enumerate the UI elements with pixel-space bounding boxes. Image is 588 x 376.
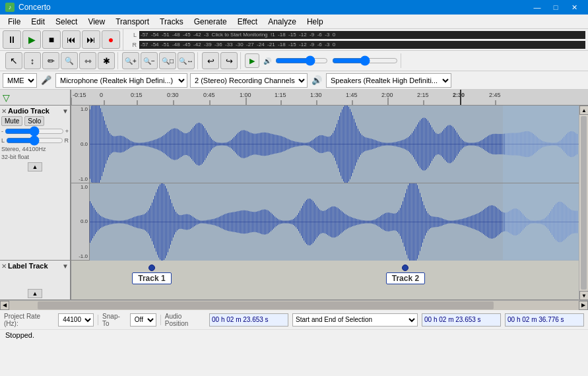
gain-slider[interactable] [5, 127, 64, 135]
play-button[interactable]: ▶ [22, 30, 41, 49]
toolbar-row1: ⏸ ▶ ■ ⏮ ⏭ ● L -57 -54 -51 -48 -45 -42 -3… [0, 29, 588, 51]
vu-scale-1[interactable]: -57 -54 -51 -48 -45 -42 -3 Click to Star… [139, 31, 585, 39]
undo-button[interactable]: ↩ [202, 52, 219, 69]
menu-file[interactable]: File [3, 16, 26, 28]
playback-play-button[interactable]: ▶ [245, 53, 259, 68]
svg-text:2:30: 2:30 [453, 92, 465, 98]
audio-system-select[interactable]: MME [3, 73, 37, 88]
label-track-close[interactable]: ✕ [1, 263, 7, 270]
waveform-canvas-2[interactable] [90, 183, 579, 261]
label-track: ✕ Label Track ▼ ▲ Track 1 Track 2 [0, 261, 579, 300]
scale-1-bot: -1.0 [79, 176, 88, 182]
solo-button[interactable]: Solo [24, 116, 44, 126]
menu-view[interactable]: View [82, 16, 110, 28]
track-pointer[interactable]: ▽ [3, 92, 10, 103]
microphone-icon: 🎤 [41, 75, 51, 85]
toolbar-row2: ↖ ↕ ✏ 🔍 ⇿ ✱ 🔍+ 🔍− 🔍□ 🔍↔ ↩ ↪ ▶ 🔊 [0, 51, 588, 71]
multi-tool[interactable]: ✱ [98, 52, 115, 69]
menu-transport[interactable]: Transport [110, 16, 154, 28]
label-track-name: Label Track [8, 262, 61, 270]
audio-pos-input-2[interactable] [422, 313, 501, 327]
audio-track-close[interactable]: ✕ [1, 108, 7, 115]
audio-pos-input-3[interactable] [505, 313, 584, 327]
scroll-up-button[interactable]: ▲ [579, 106, 588, 115]
envelope-tool[interactable]: ↕ [24, 52, 41, 69]
channels-select[interactable]: 2 (Stereo) Recording Channels [190, 73, 308, 88]
volume-label: 🔊 [263, 57, 271, 65]
gain-row: - + [1, 127, 69, 135]
menu-generate[interactable]: Generate [189, 16, 232, 28]
vu-scale-2[interactable]: -57 -54 -51 -48 -45 -42 -39 -36 -33 -30 … [139, 41, 585, 49]
label-track1: Track 1 [132, 265, 171, 284]
playback-speed: ▶ 🔊 [242, 53, 401, 68]
channel-1: 1.0 0.0 -1.0 [71, 106, 579, 183]
svg-text:0: 0 [100, 92, 103, 98]
project-rate-label: Project Rate (Hz): [4, 313, 54, 327]
speaker-icon: 🔊 [311, 75, 322, 85]
pan-row: L R [1, 137, 69, 144]
menu-help[interactable]: Help [302, 16, 329, 28]
snap-to-select[interactable]: Off [130, 313, 156, 327]
label-expand-button[interactable]: ▲ [28, 289, 43, 298]
mute-button[interactable]: Mute [1, 116, 22, 126]
zoom-out-button[interactable]: 🔍− [141, 52, 158, 69]
track2-label-text[interactable]: Track 2 [386, 272, 425, 284]
selection-mode-select[interactable]: Start and End of Selection [292, 313, 418, 327]
scale-1-mid: 0.0 [81, 141, 88, 147]
draw-tool[interactable]: ✏ [42, 52, 59, 69]
svg-text:0:30: 0:30 [167, 92, 179, 98]
menu-edit[interactable]: Edit [26, 16, 50, 28]
minimize-button[interactable]: — [529, 1, 546, 13]
menu-analyze[interactable]: Analyze [263, 16, 302, 28]
horizontal-scrollbar: ◀ ▶ [0, 300, 588, 309]
audio-pos-input-1[interactable] [209, 313, 288, 327]
forward-button[interactable]: ⏭ [82, 30, 100, 49]
ruler-header: ▽ [0, 90, 71, 105]
track2-pin[interactable] [402, 265, 408, 271]
maximize-button[interactable]: □ [547, 1, 564, 13]
speakers-select[interactable]: Speakers (Realtek High Definiti... [326, 73, 451, 88]
zoom-fit-button[interactable]: 🔍↔ [178, 52, 195, 69]
audio-track-arrow[interactable]: ▼ [62, 108, 69, 115]
scroll-down-button[interactable]: ▼ [579, 291, 588, 300]
expand-button[interactable]: ▲ [28, 162, 43, 172]
zoom-sel-button[interactable]: 🔍□ [159, 52, 176, 69]
vu-label-l: L [126, 32, 137, 38]
svg-rect-0 [71, 90, 588, 105]
record-button[interactable]: ● [102, 30, 120, 49]
waveform-canvas-1[interactable] [90, 106, 579, 183]
scroll-right-button[interactable]: ▶ [579, 301, 588, 310]
playback-speed-slider[interactable] [332, 56, 398, 65]
scroll-left-button[interactable]: ◀ [0, 301, 9, 310]
close-button[interactable]: ✕ [566, 1, 583, 13]
title-bar-left: ♪ Concerto [5, 3, 51, 12]
menu-effect[interactable]: Effect [232, 16, 263, 28]
stop-button[interactable]: ■ [42, 30, 61, 49]
scroll-thumb[interactable] [581, 116, 587, 290]
menu-tracks[interactable]: Tracks [154, 16, 189, 28]
rewind-button[interactable]: ⏮ [62, 30, 81, 49]
label-track-arrow[interactable]: ▼ [62, 263, 69, 270]
microphone-select[interactable]: Microphone (Realtek High Defini...) [55, 73, 187, 88]
redo-button[interactable]: ↪ [220, 52, 238, 69]
audio-track: ✕ Audio Track ▼ Mute Solo - + L R [0, 106, 579, 261]
vu-scale-1-text: -57 -54 -51 -48 -45 -42 -3 Click to Star… [139, 31, 585, 39]
track1-label-text[interactable]: Track 1 [132, 272, 171, 284]
h-scroll-track [9, 301, 579, 310]
app-icon: ♪ [5, 3, 15, 12]
project-rate-select[interactable]: 44100 [58, 313, 94, 327]
h-scroll-thumb[interactable] [38, 301, 493, 309]
vu-label-r: R [126, 42, 137, 48]
svg-text:0:15: 0:15 [131, 92, 143, 98]
menu-select[interactable]: Select [50, 16, 82, 28]
track1-pin[interactable] [148, 265, 155, 271]
zoom-tool[interactable]: 🔍 [61, 52, 78, 69]
playback-volume-slider[interactable] [275, 56, 328, 65]
time-shift-tool[interactable]: ⇿ [79, 52, 96, 69]
pause-button[interactable]: ⏸ [3, 30, 21, 49]
status-bar: Project Rate (Hz): 44100 Snap-To Off Aud… [0, 309, 588, 329]
pan-slider[interactable] [6, 137, 63, 144]
pan-r-label: R [65, 137, 69, 144]
zoom-in-button[interactable]: 🔍+ [122, 52, 139, 69]
select-tool[interactable]: ↖ [5, 52, 22, 69]
